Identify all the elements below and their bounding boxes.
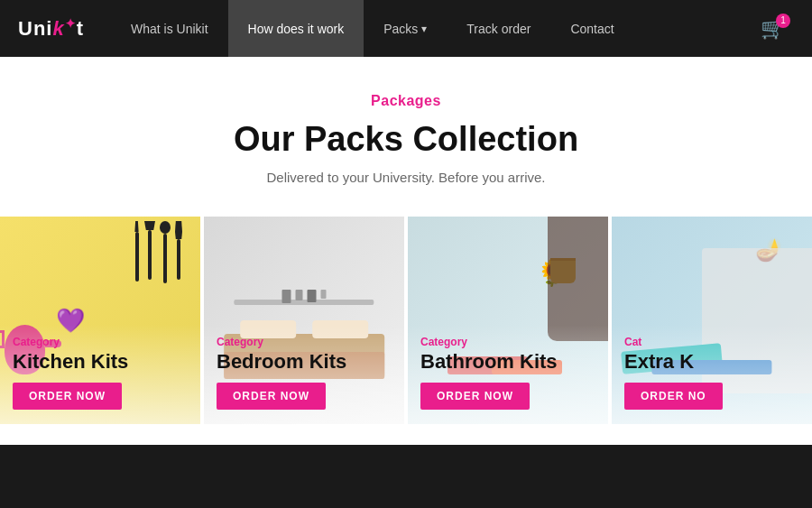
kitchen-overlay: Category Kitchen Kits ORDER NOW xyxy=(0,325,200,424)
card-extra[interactable]: 🪔 Cat Extra K ORDER NO xyxy=(608,217,812,424)
nav-item-what-is-unikit[interactable]: What is Unikit xyxy=(111,0,228,57)
cards-row: 💜 Category Kitchen Kits ORDER NOW xyxy=(0,217,812,424)
kitchen-title: Kitchen Kits xyxy=(13,350,188,374)
card-bedroom[interactable]: Category Bedroom Kits ORDER NOW xyxy=(200,217,404,424)
nav-item-track-order[interactable]: Track order xyxy=(447,0,550,57)
bathroom-overlay: Category Bathroom Kits ORDER NOW xyxy=(408,325,608,424)
section-label: Packages xyxy=(0,93,812,109)
extra-category: Cat xyxy=(624,336,799,348)
nav-item-packs[interactable]: Packs xyxy=(364,0,447,57)
bathroom-order-button[interactable]: ORDER NOW xyxy=(420,383,530,410)
bottom-section xyxy=(0,445,812,508)
card-bathroom[interactable]: 🌻 Category Bathroom Kits ORDER NOW xyxy=(404,217,608,424)
extra-overlay: Cat Extra K ORDER NO xyxy=(612,325,812,424)
bedroom-title: Bedroom Kits xyxy=(217,350,392,374)
nav-item-how-does-it-work[interactable]: How does it work xyxy=(228,0,364,57)
main-content: Packages Our Packs Collection Delivered … xyxy=(0,57,812,445)
kitchen-order-button[interactable]: ORDER NOW xyxy=(13,383,122,410)
bathroom-category: Category xyxy=(420,336,595,348)
card-kitchen[interactable]: 💜 Category Kitchen Kits ORDER NOW xyxy=(0,217,200,424)
kitchen-utensils xyxy=(134,221,182,283)
bathroom-title: Bathroom Kits xyxy=(420,350,595,374)
shelf-items xyxy=(282,290,327,303)
logo[interactable]: Unik✦t xyxy=(18,16,84,41)
cart-badge: 1 xyxy=(776,14,790,28)
section-subtitle: Delivered to your University. Before you… xyxy=(0,170,812,185)
section-title: Our Packs Collection xyxy=(0,120,812,159)
nav-item-contact[interactable]: Contact xyxy=(550,0,633,57)
navbar: Unik✦t What is Unikit How does it work P… xyxy=(0,0,812,57)
cart-icon[interactable]: 🛒 1 xyxy=(752,17,794,41)
nav-items: What is Unikit How does it work Packs Tr… xyxy=(111,0,634,57)
bedroom-overlay: Category Bedroom Kits ORDER NOW xyxy=(204,325,404,424)
extra-order-button[interactable]: ORDER NO xyxy=(624,383,723,410)
kitchen-category: Category xyxy=(13,336,188,348)
bedroom-category: Category xyxy=(217,336,392,348)
extra-title: Extra K xyxy=(624,350,799,374)
bedroom-order-button[interactable]: ORDER NOW xyxy=(217,383,326,410)
curtain-decoration xyxy=(548,217,608,341)
